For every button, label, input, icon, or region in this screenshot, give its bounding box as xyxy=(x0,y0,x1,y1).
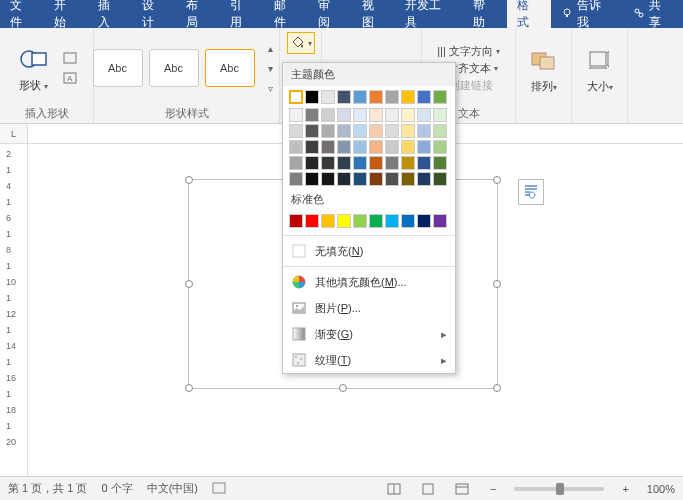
color-swatch[interactable] xyxy=(305,172,319,186)
status-word-count[interactable]: 0 个字 xyxy=(101,481,132,496)
color-swatch[interactable] xyxy=(305,156,319,170)
color-swatch[interactable] xyxy=(417,124,431,138)
color-swatch[interactable] xyxy=(289,172,303,186)
tab-10[interactable]: 帮助 xyxy=(463,0,507,28)
tab-3[interactable]: 设计 xyxy=(132,0,176,28)
color-swatch[interactable] xyxy=(369,140,383,154)
more-colors-item[interactable]: 其他填充颜色(M)... xyxy=(283,269,455,295)
view-web-layout[interactable] xyxy=(452,480,472,498)
color-swatch[interactable] xyxy=(353,156,367,170)
handle-e[interactable] xyxy=(493,280,501,288)
style-scroll-down[interactable]: ▾ xyxy=(261,59,281,77)
text-box-button[interactable]: A xyxy=(60,69,80,87)
color-swatch[interactable] xyxy=(369,172,383,186)
color-swatch[interactable] xyxy=(305,90,319,104)
color-swatch[interactable] xyxy=(321,140,335,154)
view-read-mode[interactable] xyxy=(384,480,404,498)
color-swatch[interactable] xyxy=(401,172,415,186)
tab-5[interactable]: 引用 xyxy=(220,0,264,28)
picture-fill-item[interactable]: 图片(P)... xyxy=(283,295,455,321)
arrange-button[interactable]: 排列▾ xyxy=(524,43,564,96)
color-swatch[interactable] xyxy=(385,90,399,104)
tab-0[interactable]: 文件 xyxy=(0,0,44,28)
color-swatch[interactable] xyxy=(353,172,367,186)
color-swatch[interactable] xyxy=(289,214,303,228)
color-swatch[interactable] xyxy=(321,214,335,228)
tab-9[interactable]: 开发工具 xyxy=(395,0,463,28)
color-swatch[interactable] xyxy=(353,140,367,154)
size-button[interactable]: 大小▾ xyxy=(580,43,620,96)
handle-ne[interactable] xyxy=(493,176,501,184)
shape-style-3[interactable]: Abc xyxy=(205,49,255,87)
color-swatch[interactable] xyxy=(401,108,415,122)
color-swatch[interactable] xyxy=(417,172,431,186)
color-swatch[interactable] xyxy=(321,156,335,170)
shape-fill-button[interactable]: ▾ xyxy=(287,32,315,54)
color-swatch[interactable] xyxy=(289,140,303,154)
handle-w[interactable] xyxy=(185,280,193,288)
color-swatch[interactable] xyxy=(369,90,383,104)
color-swatch[interactable] xyxy=(337,140,351,154)
color-swatch[interactable] xyxy=(433,90,447,104)
edit-shape-button[interactable] xyxy=(60,49,80,67)
color-swatch[interactable] xyxy=(353,108,367,122)
color-swatch[interactable] xyxy=(305,214,319,228)
status-page[interactable]: 第 1 页，共 1 页 xyxy=(8,481,87,496)
color-swatch[interactable] xyxy=(401,90,415,104)
color-swatch[interactable] xyxy=(369,156,383,170)
view-print-layout[interactable] xyxy=(418,480,438,498)
layout-options-button[interactable] xyxy=(518,179,544,205)
color-swatch[interactable] xyxy=(417,90,431,104)
shape-style-2[interactable]: Abc xyxy=(149,49,199,87)
color-swatch[interactable] xyxy=(289,156,303,170)
color-swatch[interactable] xyxy=(401,124,415,138)
handle-se[interactable] xyxy=(493,384,501,392)
style-more[interactable]: ▿ xyxy=(261,79,281,97)
zoom-slider[interactable] xyxy=(514,487,604,491)
color-swatch[interactable] xyxy=(417,108,431,122)
color-swatch[interactable] xyxy=(433,140,447,154)
color-swatch[interactable] xyxy=(289,124,303,138)
color-swatch[interactable] xyxy=(385,140,399,154)
color-swatch[interactable] xyxy=(401,140,415,154)
color-swatch[interactable] xyxy=(369,124,383,138)
zoom-slider-knob[interactable] xyxy=(556,483,564,495)
status-language[interactable]: 中文(中国) xyxy=(147,481,198,496)
color-swatch[interactable] xyxy=(369,214,383,228)
color-swatch[interactable] xyxy=(305,140,319,154)
status-record-icon[interactable] xyxy=(212,481,226,497)
color-swatch[interactable] xyxy=(385,108,399,122)
color-swatch[interactable] xyxy=(289,90,303,104)
color-swatch[interactable] xyxy=(289,108,303,122)
color-swatch[interactable] xyxy=(417,156,431,170)
color-swatch[interactable] xyxy=(433,156,447,170)
color-swatch[interactable] xyxy=(401,156,415,170)
color-swatch[interactable] xyxy=(433,172,447,186)
tell-me[interactable]: 告诉我 xyxy=(551,0,623,28)
gradient-fill-item[interactable]: 渐变(G) ▸ xyxy=(283,321,455,347)
color-swatch[interactable] xyxy=(337,214,351,228)
color-swatch[interactable] xyxy=(337,124,351,138)
zoom-level[interactable]: 100% xyxy=(647,483,675,495)
color-swatch[interactable] xyxy=(353,214,367,228)
color-swatch[interactable] xyxy=(369,108,383,122)
share-button[interactable]: 共享 xyxy=(623,0,683,28)
tab-1[interactable]: 开始 xyxy=(44,0,88,28)
text-direction-button[interactable]: |||文字方向▾ xyxy=(437,44,500,59)
zoom-in-button[interactable]: + xyxy=(618,483,632,495)
color-swatch[interactable] xyxy=(337,156,351,170)
color-swatch[interactable] xyxy=(353,90,367,104)
color-swatch[interactable] xyxy=(305,108,319,122)
handle-sw[interactable] xyxy=(185,384,193,392)
color-swatch[interactable] xyxy=(337,172,351,186)
tab-6[interactable]: 邮件 xyxy=(264,0,308,28)
color-swatch[interactable] xyxy=(385,124,399,138)
color-swatch[interactable] xyxy=(321,108,335,122)
tab-4[interactable]: 布局 xyxy=(176,0,220,28)
color-swatch[interactable] xyxy=(417,140,431,154)
tab-11[interactable]: 格式 xyxy=(507,0,551,28)
color-swatch[interactable] xyxy=(337,108,351,122)
texture-fill-item[interactable]: 纹理(T) ▸ xyxy=(283,347,455,373)
color-swatch[interactable] xyxy=(321,124,335,138)
tab-7[interactable]: 审阅 xyxy=(308,0,352,28)
